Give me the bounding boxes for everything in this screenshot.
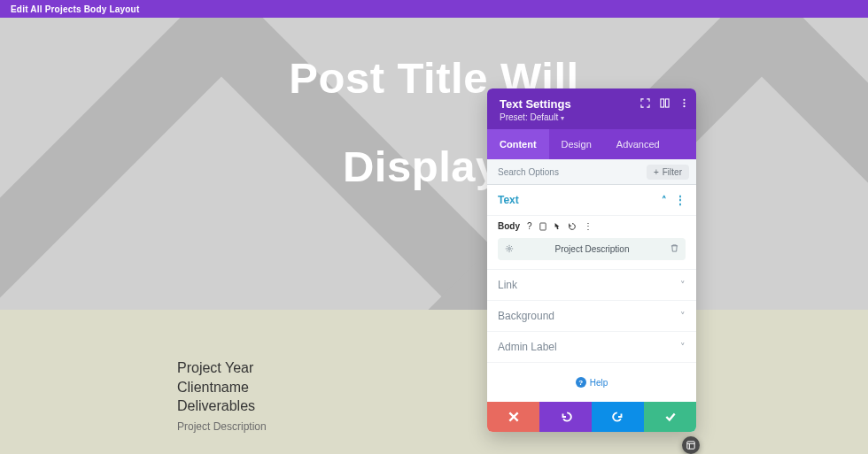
cancel-button[interactable]: [487, 402, 539, 432]
editor-top-bar: Edit All Projects Body Layout: [0, 0, 868, 18]
svg-rect-7: [687, 442, 694, 449]
chevron-down-icon: ˅: [680, 342, 686, 353]
filter-label: Filter: [663, 167, 682, 177]
more-icon[interactable]: ⋮: [584, 221, 593, 231]
snap-icon[interactable]: [659, 97, 670, 108]
hero-title-line-1: Post Title Will: [0, 53, 868, 103]
hover-icon[interactable]: [554, 222, 561, 231]
svg-point-3: [683, 102, 685, 104]
section-background-label: Background: [498, 310, 554, 322]
tab-advanced[interactable]: Advanced: [604, 129, 672, 159]
section-link[interactable]: Link ˅: [487, 270, 696, 301]
project-meta: Project Year Clientname Deliverables Pro…: [177, 358, 267, 434]
dynamic-content-value: Project Description: [514, 244, 670, 254]
reset-icon[interactable]: [568, 222, 577, 231]
hero-shape-bg: [0, 18, 868, 310]
help-circle-icon: ?: [576, 377, 586, 388]
section-link-label: Link: [498, 279, 517, 291]
search-input[interactable]: Search Options: [498, 167, 559, 177]
svg-point-6: [508, 247, 511, 250]
preset-label: Preset:: [500, 112, 528, 122]
meta-deliverables: Deliverables: [177, 396, 267, 416]
dynamic-content-pill[interactable]: Project Description: [498, 238, 686, 260]
expand-icon[interactable]: [639, 97, 650, 108]
tablet-icon[interactable]: [539, 222, 546, 231]
chevron-down-icon: ˅: [680, 311, 686, 322]
tab-design[interactable]: Design: [549, 129, 604, 159]
wireframe-toggle-button[interactable]: [682, 436, 700, 454]
text-section-body: Body ? ⋮ Project Desc: [487, 216, 696, 270]
svg-point-4: [683, 105, 685, 107]
help-label: Help: [590, 378, 608, 388]
trash-icon[interactable]: [670, 243, 678, 255]
panel-footer: [487, 402, 696, 432]
panel-tabs: Content Design Advanced: [487, 129, 696, 159]
canvas-stage: Post Title Will Display I Project Year C…: [0, 18, 868, 454]
help-icon[interactable]: ?: [527, 221, 532, 231]
meta-year: Project Year: [177, 358, 267, 378]
svg-point-2: [683, 98, 685, 100]
redo-button[interactable]: [592, 402, 644, 432]
content-area: [0, 310, 868, 454]
svg-rect-5: [539, 223, 545, 230]
svg-rect-1: [665, 98, 669, 106]
filter-button[interactable]: + Filter: [647, 165, 689, 180]
text-settings-panel: Text Settings Preset: Default Content De…: [487, 88, 696, 432]
body-label: Body: [498, 221, 520, 231]
kebab-icon[interactable]: [678, 97, 689, 108]
save-button[interactable]: [644, 402, 696, 432]
chevron-down-icon: ˅: [680, 280, 686, 291]
section-text-label: Text: [498, 194, 519, 206]
svg-rect-0: [660, 98, 663, 106]
chevron-up-icon: ˄: [662, 195, 667, 205]
undo-button[interactable]: [539, 402, 592, 432]
section-background[interactable]: Background ˅: [487, 301, 696, 332]
panel-header[interactable]: Text Settings Preset: Default: [487, 88, 696, 129]
panel-help[interactable]: ? Help: [487, 363, 696, 402]
tab-content[interactable]: Content: [487, 129, 549, 159]
meta-description: Project Description: [177, 419, 267, 434]
editor-top-title: Edit All Projects Body Layout: [11, 4, 139, 14]
section-kebab-icon[interactable]: ⋮: [675, 194, 686, 206]
meta-client: Clientname: [177, 378, 267, 397]
preset-value: Default: [530, 112, 558, 122]
hero-title-line-2: Display I: [0, 142, 868, 191]
section-admin-label[interactable]: Admin Label ˅: [487, 332, 696, 363]
section-text[interactable]: Text ˄ ⋮: [487, 185, 696, 216]
hero-area: Post Title Will Display I: [0, 18, 868, 310]
plus-icon: +: [654, 167, 659, 177]
panel-preset[interactable]: Preset: Default: [500, 112, 686, 122]
section-admin-label-label: Admin Label: [498, 341, 557, 353]
panel-search-row: Search Options + Filter: [487, 159, 696, 185]
gear-icon[interactable]: [505, 244, 514, 255]
body-toolbar: Body ? ⋮: [498, 221, 686, 231]
